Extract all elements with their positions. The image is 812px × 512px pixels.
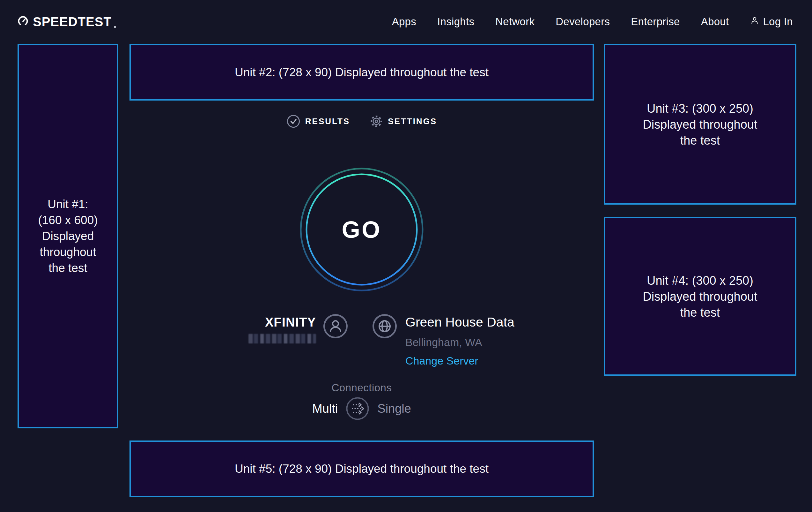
- speedtest-page: SPEEDTEST Apps Insights Network Develope…: [0, 0, 812, 512]
- tab-settings-label: SETTINGS: [388, 116, 437, 127]
- ad-unit-2[interactable]: Unit #2: (728 x 90) Displayed throughout…: [129, 44, 594, 101]
- ad-unit-1[interactable]: Unit #1: (160 x 600) Displayed throughou…: [18, 44, 118, 428]
- connections-label: Connections: [129, 382, 594, 394]
- change-server-link[interactable]: Change Server: [405, 355, 515, 367]
- ad-unit-2-text: Unit #2: (728 x 90) Displayed throughout…: [235, 64, 489, 80]
- ad-unit-3[interactable]: Unit #3: (300 x 250) Displayed throughou…: [604, 44, 796, 205]
- login-label: Log In: [763, 16, 793, 28]
- ad-unit-4-text: Unit #4: (300 x 250) Displayed throughou…: [643, 273, 757, 321]
- gear-icon: [370, 115, 383, 128]
- tab-results-label: RESULTS: [305, 116, 350, 127]
- trademark-mark: [114, 26, 116, 28]
- connections-option-single[interactable]: Single: [377, 402, 411, 415]
- server-location: Bellingham, WA: [405, 336, 515, 349]
- brand-name: SPEEDTEST: [33, 15, 112, 29]
- top-nav: SPEEDTEST Apps Insights Network Develope…: [18, 0, 793, 44]
- isp-block: XFINITY: [249, 311, 348, 344]
- server-name: Green House Data: [405, 315, 515, 330]
- connections-toggle-row: Multi Single: [129, 397, 594, 421]
- login-button[interactable]: Log In: [750, 16, 793, 28]
- ad-unit-5-text: Unit #5: (728 x 90) Displayed throughout…: [235, 461, 489, 477]
- tab-results[interactable]: RESULTS: [286, 114, 350, 128]
- tab-bar: RESULTS SETTINGS: [129, 114, 594, 128]
- main-nav: Apps Insights Network Developers Enterpr…: [392, 16, 793, 28]
- ad-unit-1-text: Unit #1: (160 x 600) Displayed throughou…: [38, 196, 97, 276]
- ad-unit-5[interactable]: Unit #5: (728 x 90) Displayed throughout…: [129, 440, 594, 497]
- connections-toggle-icon[interactable]: [345, 397, 370, 421]
- speedtest-logo[interactable]: SPEEDTEST: [18, 15, 116, 29]
- nav-item-apps[interactable]: Apps: [392, 16, 416, 28]
- user-icon: [750, 16, 759, 28]
- ad-unit-4[interactable]: Unit #4: (300 x 250) Displayed throughou…: [604, 217, 796, 376]
- nav-item-about[interactable]: About: [701, 16, 729, 28]
- server-block: Green House Data Bellingham, WA Change S…: [372, 311, 515, 367]
- censored-ip-address: [249, 334, 316, 344]
- isp-name: XFINITY: [265, 315, 316, 329]
- nav-item-developers[interactable]: Developers: [556, 16, 610, 28]
- go-button[interactable]: GO: [299, 167, 424, 292]
- nav-item-enterprise[interactable]: Enterprise: [631, 16, 679, 28]
- go-button-label: GO: [342, 216, 381, 243]
- nav-item-insights[interactable]: Insights: [437, 16, 474, 28]
- connections-option-multi[interactable]: Multi: [312, 402, 338, 415]
- check-circle-icon: [286, 114, 300, 128]
- nav-item-network[interactable]: Network: [495, 16, 534, 28]
- gauge-logo-icon: [18, 16, 28, 28]
- ad-unit-3-text: Unit #3: (300 x 250) Displayed throughou…: [643, 101, 757, 149]
- globe-icon: [372, 314, 397, 340]
- connection-info-row: XFINITY Green Hous: [129, 311, 594, 378]
- tab-settings[interactable]: SETTINGS: [370, 114, 437, 128]
- isp-user-icon: [323, 314, 348, 340]
